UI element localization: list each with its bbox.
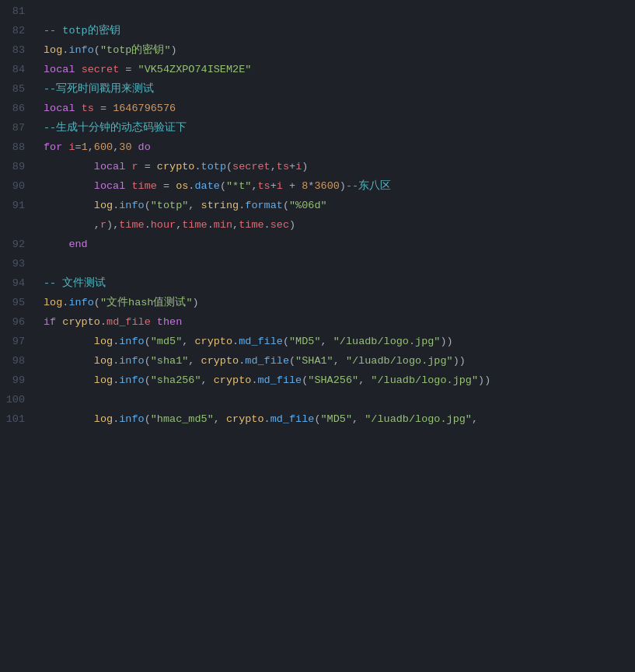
token-kw: local	[94, 180, 126, 192]
line-content: end	[37, 236, 635, 253]
code-line: 98 log.info("sha1", crypto.md_file("SHA1…	[0, 353, 635, 372]
token-module: log	[44, 297, 62, 308]
token-module: log	[94, 336, 113, 347]
token-var: r	[100, 219, 106, 231]
line-number: 88	[0, 139, 37, 156]
token-module: log	[94, 200, 113, 211]
token-str: "sha256"	[151, 374, 201, 386]
code-line: 84local secret = "VK54ZXPO74ISEM2E"	[0, 61, 635, 81]
token-fn: md_file	[245, 355, 289, 367]
token-plain: .	[100, 316, 106, 328]
token-plain: (	[145, 355, 151, 367]
code-line: 100	[0, 392, 635, 411]
token-plain: (	[145, 200, 151, 211]
token-plain	[44, 374, 94, 386]
token-plain	[131, 141, 138, 153]
token-kw: then	[157, 316, 182, 328]
token-plain: .	[145, 219, 151, 231]
token-plain	[44, 413, 94, 425]
token-comment-chinese: -- 文件测试	[44, 277, 106, 289]
code-editor: 81 82-- totp的密钥83log.info("totp的密钥")84lo…	[0, 0, 635, 433]
code-line: 92 end	[0, 236, 635, 256]
token-var: secret	[232, 161, 270, 172]
token-module: crypto	[226, 413, 264, 425]
token-plain: )	[340, 180, 346, 192]
line-content: log.info("totp的密钥")	[37, 42, 635, 59]
token-plain: =	[94, 103, 113, 114]
token-plain: )	[193, 297, 199, 308]
token-plain: ,	[352, 413, 365, 425]
token-fn: date	[194, 180, 219, 192]
line-number: 89	[0, 158, 37, 176]
token-plain: .	[232, 336, 239, 347]
line-content: local r = crypto.totp(secret,ts+i)	[37, 158, 635, 176]
token-var: i	[68, 141, 75, 153]
token-str: "sha1"	[151, 355, 189, 367]
token-comment-chinese: --写死时间戳用来测试	[44, 83, 154, 95]
token-num: 600	[94, 141, 113, 153]
token-str: "SHA1"	[295, 355, 333, 367]
token-plain: .	[264, 219, 270, 231]
token-var: hour	[151, 219, 176, 231]
token-kw: local	[44, 64, 75, 75]
code-line: 89 local r = crypto.totp(secret,ts+i)	[0, 158, 635, 178]
token-var: ts	[258, 180, 270, 192]
token-module: log	[44, 44, 62, 56]
line-number: 84	[0, 61, 37, 78]
token-fn: info	[119, 413, 144, 425]
token-var: sec	[270, 219, 289, 231]
line-content	[37, 3, 635, 20]
token-str: "md5"	[151, 336, 183, 347]
token-comment-chinese: -- totp的密钥	[44, 25, 120, 37]
token-plain: =	[75, 141, 82, 153]
code-line: 101 log.info("hmac_md5", crypto.md_file(…	[0, 411, 635, 430]
token-plain: (	[283, 336, 289, 347]
token-plain: ,	[188, 355, 201, 367]
code-line: 90 local time = os.date("*t",ts+i + 8*36…	[0, 178, 635, 197]
token-module: string	[201, 200, 239, 211]
line-content: if crypto.md_file then	[37, 314, 635, 331]
code-line: 82-- totp的密钥	[0, 23, 635, 42]
token-plain: .	[194, 161, 201, 172]
token-var: md_file	[106, 316, 151, 328]
token-plain: ,	[472, 413, 478, 425]
line-number: 87	[0, 120, 37, 137]
token-fn: md_file	[270, 413, 315, 425]
token-plain: )	[302, 161, 308, 172]
token-plain: ))	[440, 336, 452, 347]
token-comment-chinese: --生成十分钟的动态码验证下	[44, 122, 187, 134]
line-content: log.info("md5", crypto.md_file("MD5", "/…	[37, 333, 635, 350]
token-num: 1646796576	[113, 103, 176, 114]
token-plain: (	[94, 297, 100, 308]
token-plain	[75, 64, 82, 75]
token-str: "SHA256"	[308, 374, 358, 386]
token-str: "/luadb/logo.jpg"	[365, 413, 472, 425]
line-number: 101	[0, 411, 37, 428]
token-str: "文件hash值测试"	[100, 297, 193, 308]
token-fn: md_file	[257, 374, 302, 386]
line-number: 83	[0, 42, 37, 59]
token-fn: info	[68, 297, 93, 308]
token-plain: =	[157, 180, 176, 192]
token-fn: md_file	[239, 336, 283, 347]
line-number: 97	[0, 333, 37, 350]
line-number: 96	[0, 314, 37, 331]
token-module: crypto	[194, 336, 232, 347]
token-fn: info	[119, 355, 144, 367]
line-content: --生成十分钟的动态码验证下	[37, 120, 635, 137]
token-fn: info	[119, 374, 144, 386]
token-plain	[44, 239, 68, 250]
line-content: --写死时间戳用来测试	[37, 81, 635, 98]
line-content: log.info("sha1", crypto.md_file("SHA1", …	[37, 353, 635, 370]
line-number: 94	[0, 275, 37, 292]
code-line: 86local ts = 1646796576	[0, 100, 635, 120]
token-plain: +	[289, 161, 295, 172]
token-plain: )	[289, 219, 295, 231]
token-plain: (	[314, 413, 320, 425]
code-line: 94-- 文件测试	[0, 275, 635, 294]
token-plain: ,	[201, 374, 214, 386]
line-number: 93	[0, 256, 37, 273]
token-module: crypto	[201, 355, 239, 367]
token-plain	[44, 180, 94, 192]
token-plain: .	[208, 219, 214, 231]
